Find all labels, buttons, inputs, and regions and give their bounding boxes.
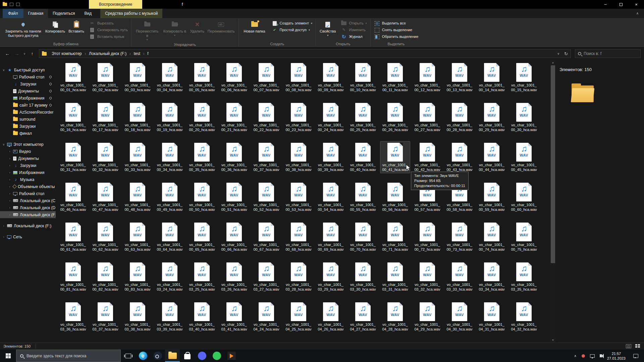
expand-chevron-icon[interactable]: › [8, 164, 11, 167]
refresh-icon[interactable]: ↻ [564, 51, 568, 56]
history-button[interactable]: Журнал [339, 34, 364, 40]
paste-shortcut-button[interactable]: Вставить ярлык [88, 34, 126, 40]
tab-file[interactable]: Файл [3, 9, 23, 18]
file-item[interactable]: ♫WAVvo_char_1001_00_51_hca.wav [218, 181, 250, 221]
sidebar-item[interactable]: ›Музыка [0, 176, 56, 183]
file-item[interactable]: ♫WAVvo_char_1001_04_30_hca.wav [443, 301, 476, 341]
file-item[interactable]: ♫WAVvo_char_1001_00_50_hca.wav [186, 181, 218, 221]
taskbar-app-edge[interactable]: e [136, 350, 150, 362]
expand-chevron-icon[interactable]: › [2, 235, 5, 239]
file-item[interactable]: ♫WAVvo_char_1001_03_24_hca.wav [154, 261, 186, 301]
breadcrumb-this-pc[interactable]: Этот компьютер [49, 51, 84, 56]
file-item[interactable]: ♫WAVvo_char_1001_00_74_hca.wav [476, 221, 508, 261]
file-item[interactable]: ♫WAVvo_char_1001_00_01_hca.wav [57, 62, 89, 102]
file-item[interactable]: ♫WAVvo_char_1001_03_26_hca.wav [218, 261, 250, 301]
sidebar-item[interactable]: ›Локальный диск (F:) [0, 211, 56, 218]
expand-chevron-icon[interactable]: › [8, 199, 11, 202]
file-item[interactable]: ♫WAVvo_char_1001_00_70_hca.wav [347, 221, 379, 261]
file-item[interactable]: ♫WAVvo_char_1001_03_35_hca.wav [508, 261, 540, 301]
vertical-scrollbar[interactable]: ▲ ▼ [550, 60, 556, 343]
edit-button[interactable]: Изменить [339, 27, 367, 33]
file-item[interactable]: ♫WAVvo_char_1001_00_72_hca.wav [411, 221, 443, 261]
expand-chevron-icon[interactable]: › [8, 178, 11, 181]
copy-path-button[interactable]: Скопировать путь [88, 27, 129, 33]
file-item[interactable]: ♫WAVvo_char_1001_04_31_hca.wav [476, 301, 508, 341]
new-folder-button[interactable]: Новая папка [241, 19, 268, 35]
file-item[interactable]: ♫WAVvo_char_1001_03_34_hca.wav [476, 261, 508, 301]
sidebar-item[interactable]: surround [0, 116, 56, 123]
tab-view[interactable]: Вид [79, 9, 96, 18]
file-item[interactable]: ♫WAVvo_char_1001_00_37_hca.wav [250, 141, 282, 181]
sidebar-section-local-disk-f[interactable]: ›Локальный диск (F:) [0, 222, 56, 229]
file-item[interactable]: ♫WAVvo_char_1001_00_06_hca.wav [218, 62, 250, 102]
file-item[interactable]: ♫WAVvo_char_1001_00_28_hca.wav [443, 102, 476, 141]
file-item[interactable]: ♫WAVvo_char_1001_00_73_hca.wav [443, 221, 476, 261]
file-item[interactable]: ♫WAVvo_char_1001_00_17_hca.wav [89, 102, 121, 141]
easy-access-button[interactable]: Простой доступ ▾ [270, 27, 312, 33]
network-tray-icon[interactable] [590, 354, 595, 358]
taskbar-app-store[interactable] [180, 350, 195, 362]
file-item[interactable]: ♫WAVvo_char_1001_00_36_hca.wav [218, 141, 250, 181]
file-item[interactable]: ♫WAVvo_char_1001_00_10_hca.wav [347, 62, 379, 102]
quick-toolbar-icon[interactable] [10, 3, 13, 6]
maximize-button[interactable] [613, 0, 629, 9]
sidebar-item[interactable]: ›Объемные объекты [0, 183, 56, 190]
taskbar-search-input[interactable] [26, 354, 117, 358]
file-item[interactable]: ♫WAVvo_char_1001_04_29_hca.wav [411, 301, 443, 341]
file-item[interactable]: ♫WAVvo_char_1001_00_41_hca.wav [379, 141, 411, 181]
file-item[interactable]: ♫WAVvo_char_1001_00_62_hca.wav [89, 221, 121, 261]
expand-chevron-icon[interactable]: › [8, 213, 11, 217]
file-item[interactable]: ♫WAVvo_char_1001_00_60_hca.wav [508, 181, 540, 221]
volume-tray-icon[interactable] [600, 354, 602, 357]
file-item[interactable]: ♫WAVvo_char_1001_00_46_hca.wav [57, 181, 89, 221]
properties-button[interactable]: Свойства ▾ [318, 19, 337, 38]
taskbar-clock[interactable]: 21:57 27.01.2023 [607, 351, 626, 361]
file-item[interactable]: ♫WAVvo_char_1001_04_28_hca.wav [379, 301, 411, 341]
file-item[interactable]: ♫WAVvo_char_1001_00_31_hca.wav [57, 141, 89, 181]
file-item[interactable]: ♫WAVvo_char_1001_00_65_hca.wav [186, 221, 218, 261]
scroll-down-icon[interactable]: ▼ [550, 337, 556, 343]
file-item[interactable]: ♫WAVvo_char_1001_03_39_hca.wav [154, 301, 186, 341]
explorer-search-box[interactable] [575, 49, 641, 58]
file-item[interactable]: ♫WAVvo_char_1001_00_26_hca.wav [379, 102, 411, 141]
file-item[interactable]: ♫WAVvo_char_1001_00_63_hca.wav [121, 221, 154, 261]
tab-home[interactable]: Главная [23, 9, 48, 18]
expand-chevron-icon[interactable]: › [8, 192, 11, 195]
icons-view-icon[interactable] [635, 344, 641, 348]
expand-chevron-icon[interactable]: › [8, 206, 11, 209]
file-item[interactable]: ♫WAVvo_char_1001_03_33_hca.wav [443, 261, 476, 301]
file-item[interactable]: ♫WAVvo_char_1001_03_32_hca.wav [411, 261, 443, 301]
new-item-button[interactable]: Создать элемент ▾ [270, 20, 314, 26]
file-item[interactable]: ♫WAVvo_char_1001_00_23_hca.wav [282, 102, 315, 141]
file-item[interactable]: ♫WAVvo_char_1001_00_25_hca.wav [347, 102, 379, 141]
forward-button[interactable]: → [13, 50, 21, 58]
sidebar-item[interactable]: ›Загрузки [0, 162, 56, 169]
address-dropdown-icon[interactable]: ∨ [557, 52, 560, 55]
file-item[interactable]: ♫WAVvo_char_1001_04_32_hca.wav [508, 301, 540, 341]
file-item[interactable]: ♫WAVvo_char_1001_03_38_hca.wav [121, 301, 154, 341]
file-item[interactable]: ♫WAVvo_char_1001_00_02_hca.wav [89, 62, 121, 102]
breadcrumb-test[interactable]: test [131, 51, 143, 56]
file-item[interactable]: ♫WAVvo_char_1001_00_19_hca.wav [154, 102, 186, 141]
file-item[interactable]: ♫WAVvo_char_1001_04_26_hca.wav [315, 301, 347, 341]
file-item[interactable]: ♫WAVvo_char_1001_00_09_hca.wav [315, 62, 347, 102]
delete-button[interactable]: Удалить [189, 19, 206, 35]
file-item[interactable]: ♫WAVvo_char_1001_00_04_hca.wav [154, 62, 186, 102]
sidebar-item[interactable]: ›Документы [0, 155, 56, 162]
file-item[interactable]: ♫WAVvo_char_1001_00_22_hca.wav [250, 102, 282, 141]
file-item[interactable]: ♫WAVvo_char_1001_00_21_hca.wav [218, 102, 250, 141]
sidebar-item[interactable]: финал [0, 130, 56, 137]
file-item[interactable]: ♫WAVvo_char_1001_03_25_hca.wav [186, 261, 218, 301]
file-item[interactable]: ♫WAVvo_char_1001_00_16_hca.wav [57, 102, 89, 141]
invert-selection-button[interactable]: Обратить выделение [373, 34, 420, 40]
file-item[interactable]: ♫WAVvo_char_1001_00_11_hca.wav [379, 62, 411, 102]
file-item[interactable]: ♫WAVvo_char_1001_00_30_hca.wav [508, 102, 540, 141]
file-item[interactable]: ♫WAVvo_char_1001_00_07_hca.wav [250, 62, 282, 102]
sidebar-item[interactable]: сайт 17 вузимут [0, 102, 56, 109]
sidebar-item[interactable]: Загрузки [0, 123, 56, 130]
file-item[interactable]: ♫WAVvo_char_1001_00_56_hca.wav [379, 181, 411, 221]
file-item[interactable]: ♫WAVvo_char_1001_03_36_hca.wav [57, 301, 89, 341]
taskbar-app-steam[interactable] [150, 350, 165, 362]
recent-locations-chevron-icon[interactable]: ∨ [22, 52, 27, 55]
file-item[interactable]: ♫WAVvo_char_1001_00_40_hca.wav [347, 141, 379, 181]
